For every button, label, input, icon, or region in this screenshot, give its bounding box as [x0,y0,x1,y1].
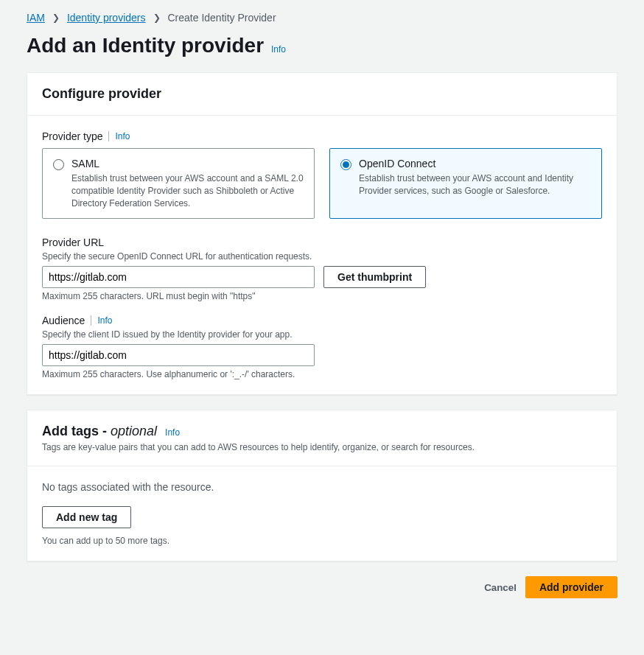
page-info-link[interactable]: Info [271,44,286,55]
tags-info-link[interactable]: Info [165,427,180,438]
provider-url-desc: Specify the secure OpenID Connect URL fo… [42,251,602,262]
tags-desc: Tags are key-value pairs that you can ad… [42,442,602,452]
provider-type-info-link[interactable]: Info [108,131,130,141]
add-new-tag-button[interactable]: Add new tag [42,506,131,528]
get-thumbprint-button[interactable]: Get thumbprint [323,266,426,288]
provider-url-constraint: Maximum 255 characters. URL must begin w… [42,291,602,301]
configure-provider-panel: Configure provider Provider type Info SA… [27,72,617,395]
audience-desc: Specify the client ID issued by the Iden… [42,329,602,340]
audience-constraint: Maximum 255 characters. Use alphanumeric… [42,369,602,379]
configure-heading: Configure provider [42,86,602,102]
tags-hint: You can add up to 50 more tags. [42,536,602,546]
add-provider-button[interactable]: Add provider [525,576,617,598]
tags-header: Add tags - optional Info Tags are key-va… [27,410,617,466]
radio-icon [53,159,64,170]
tags-heading: Add tags - optional Info [42,424,602,439]
cancel-button[interactable]: Cancel [484,576,517,598]
page-title: Add an Identity provider [27,34,264,57]
saml-desc: Establish trust between your AWS account… [71,172,304,209]
provider-type-oidc-tile[interactable]: OpenID Connect Establish trust between y… [329,148,602,219]
audience-label: Audience [42,315,85,326]
add-tags-panel: Add tags - optional Info Tags are key-va… [27,410,617,561]
saml-title: SAML [71,158,304,169]
chevron-right-icon: ❯ [153,13,161,23]
chevron-right-icon: ❯ [52,13,60,23]
radio-icon [340,159,351,170]
provider-url-label: Provider URL [42,237,104,248]
configure-header: Configure provider [27,73,617,116]
oidc-title: OpenID Connect [359,158,591,169]
provider-type-label: Provider type [42,130,102,142]
oidc-desc: Establish trust between your AWS account… [359,172,591,197]
breadcrumb: IAM ❯ Identity providers ❯ Create Identi… [27,12,617,24]
audience-info-link[interactable]: Info [91,315,112,326]
no-tags-text: No tags associated with the resource. [42,481,602,493]
breadcrumb-iam[interactable]: IAM [27,12,45,24]
footer-actions: Cancel Add provider [27,576,617,598]
provider-url-input[interactable] [42,266,315,288]
provider-type-saml-tile[interactable]: SAML Establish trust between your AWS ac… [42,148,315,219]
breadcrumb-current: Create Identity Provider [168,12,276,24]
audience-input[interactable] [42,344,315,366]
breadcrumb-identity-providers[interactable]: Identity providers [67,12,146,24]
